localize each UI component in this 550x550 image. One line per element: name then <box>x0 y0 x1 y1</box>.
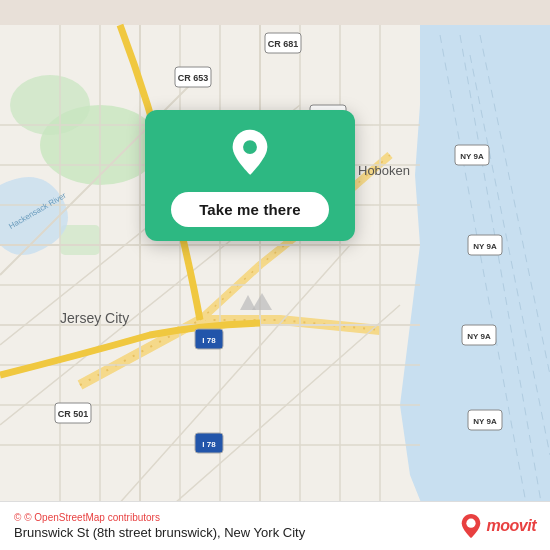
svg-text:I 78: I 78 <box>202 336 216 345</box>
copyright-symbol: © <box>14 512 21 523</box>
map-container: CR 681 CR 653 CR 685 CR 501 I 78 I 78 NY… <box>0 0 550 550</box>
svg-text:NY 9A: NY 9A <box>473 417 497 426</box>
take-me-there-button[interactable]: Take me there <box>171 192 329 227</box>
moovit-logo: moovit <box>460 513 536 539</box>
svg-marker-1 <box>400 25 550 525</box>
osm-attribution: © © OpenStreetMap contributors <box>14 512 305 523</box>
location-label: Brunswick St (8th street brunswick), New… <box>14 525 305 540</box>
moovit-pin-icon <box>460 513 482 539</box>
svg-text:CR 501: CR 501 <box>58 409 89 419</box>
svg-text:I 78: I 78 <box>202 440 216 449</box>
svg-text:CR 681: CR 681 <box>268 39 299 49</box>
svg-text:Hoboken: Hoboken <box>358 163 410 178</box>
bottom-bar: © © OpenStreetMap contributors Brunswick… <box>0 501 550 550</box>
svg-text:NY 9A: NY 9A <box>460 152 484 161</box>
svg-point-58 <box>466 519 475 528</box>
osm-text: © OpenStreetMap contributors <box>24 512 160 523</box>
svg-point-57 <box>243 140 257 154</box>
location-pin-icon <box>224 128 276 180</box>
svg-text:Jersey City: Jersey City <box>60 310 129 326</box>
moovit-brand-label: moovit <box>487 517 536 535</box>
bottom-left-info: © © OpenStreetMap contributors Brunswick… <box>14 512 305 540</box>
svg-rect-8 <box>60 225 100 255</box>
svg-text:NY 9A: NY 9A <box>473 242 497 251</box>
card-overlay: Take me there <box>145 110 355 241</box>
svg-text:CR 653: CR 653 <box>178 73 209 83</box>
svg-text:NY 9A: NY 9A <box>467 332 491 341</box>
svg-point-7 <box>10 75 90 135</box>
